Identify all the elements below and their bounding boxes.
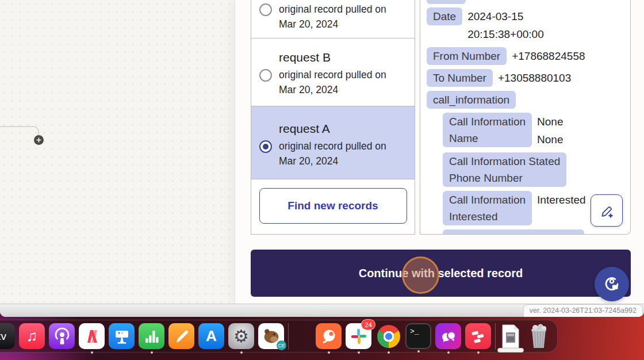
field-row-to-number: To Number +13058880103 [427,69,630,87]
version-text: ver. 2024-03-26T21:03-7245a992 [523,304,643,317]
field-row-from-number: From Number +17868824558 [427,47,630,65]
macos-dock: tv ♫ [0,320,558,353]
apple-tv-icon[interactable]: tv [0,323,15,349]
document-glyph [501,324,520,348]
field-value: None None [537,113,563,148]
pen-glyph [171,326,192,347]
dbeaver-icon[interactable]: CE [258,323,284,349]
field-row-stated-phone: Call Information Stated Phone Number [443,152,630,187]
numbers-icon[interactable] [139,323,164,349]
field-label-pill: Call Information Questions [443,229,584,235]
radio-unselected-icon[interactable] [259,3,272,16]
apple-news-icon[interactable] [79,323,105,349]
field-row-call-info-name: Call Information Name None None [443,113,630,148]
running-indicator [477,351,480,354]
radio-selected-icon[interactable] [259,140,272,153]
podcasts-glyph [52,326,72,347]
field-value: +17868824558 [512,47,585,65]
document-file-icon[interactable] [500,323,522,349]
record-description: original record pulled on Mar 20, 2024 [279,67,402,97]
prompt-glyph: >_ [410,327,419,336]
pop-chat-icon[interactable] [435,323,461,349]
running-indicator [388,351,390,354]
apple-music-icon[interactable]: ♫ [19,323,45,349]
field-label-pill: From Number [427,47,507,65]
field-value: +13058880103 [498,69,571,87]
pages-icon[interactable] [168,323,194,349]
keynote-icon[interactable] [109,323,135,349]
field-label-pill: Call Information Stated Phone Number [443,152,566,187]
clipped-field-pill [427,0,466,4]
edit-plus-icon [598,202,615,219]
field-value: Interested [537,191,586,209]
stripes-glyph [468,326,489,347]
window-status-bar: ver. 2024-03-26T21:03-7245a992 [0,304,644,317]
field-row-date: Date 2024-03-15 20:15:38+00:00 [427,7,630,43]
trash-icon[interactable] [526,323,551,349]
add-step-button[interactable] [34,135,44,145]
dbeaver-ce-badge: CE [277,340,286,350]
running-indicator [91,351,93,354]
browser-window: original record pulled on Mar 20, 2024 r… [0,0,644,317]
field-label-pill: Call Information Name [443,113,532,147]
document-tray [497,348,524,353]
find-new-records-button[interactable]: Find new records [259,188,407,224]
app-store-icon[interactable]: A [198,323,224,349]
bar-chart-glyph [141,326,162,347]
slack-icon[interactable]: 24 [346,323,371,349]
chrome-glyph [377,325,400,348]
postman-glyph [319,326,339,347]
records-footer: Find new records [251,179,415,232]
record-title: request B [279,50,407,65]
dock-separator [495,323,496,350]
speech-bubbles-glyph [438,326,459,347]
running-indicator [151,351,153,354]
field-label-pill: call_information [427,91,516,109]
record-select-panel: original record pulled on Mar 20, 2024 r… [235,0,644,304]
field-row-call-information: call_information [427,91,630,109]
edit-record-button[interactable] [591,194,623,227]
plus-icon [36,137,41,143]
field-value: 2024-03-15 20:15:38+00:00 [467,7,544,43]
continue-with-selected-record-button[interactable]: Continue with selected record [251,250,631,297]
record-option-request-b[interactable]: request B original record pulled on Mar … [251,39,415,106]
workflow-connector-line [0,126,39,137]
red-stripes-app-icon[interactable] [465,323,491,349]
running-indicator [240,351,243,354]
record-description: original record pulled on Mar 20, 2024 [279,2,402,32]
running-indicator [328,351,330,354]
running-indicator [417,350,420,353]
record-option-1[interactable]: original record pulled on Mar 20, 2024 [251,0,415,39]
chrome-icon[interactable] [375,323,401,349]
system-settings-icon[interactable]: ⚙ [228,323,254,349]
field-label-pill: Call Information Interested [443,191,532,225]
gear-glyph: ⚙ [233,326,249,346]
running-indicator [447,351,450,354]
news-glyph [82,326,102,347]
field-label-pill: Date [427,7,462,25]
keynote-glyph [112,326,132,347]
record-selection-list: original record pulled on Mar 20, 2024 r… [251,0,415,235]
dock-separator [288,323,289,350]
field-label-pill: To Number [427,69,493,87]
music-note-glyph: ♫ [26,327,38,345]
tv-glyph: tv [0,330,6,343]
running-indicator [358,351,360,354]
support-chat-icon [602,274,622,294]
help-chat-button[interactable] [595,267,629,301]
radio-unselected-icon[interactable] [259,69,272,82]
record-option-request-a-selected[interactable]: request A original record pulled on Mar … [251,106,415,179]
slack-notification-badge: 24 [361,319,375,330]
record-description: original record pulled on Mar 20, 2024 [279,139,402,168]
postman-icon[interactable] [316,323,342,349]
record-title: request A [279,121,407,136]
podcasts-icon[interactable] [49,323,75,349]
terminal-icon[interactable]: >_ [405,323,431,349]
appstore-glyph: A [206,327,217,345]
trash-glyph [527,324,550,349]
field-row-questions: Call Information Questions [443,229,630,235]
